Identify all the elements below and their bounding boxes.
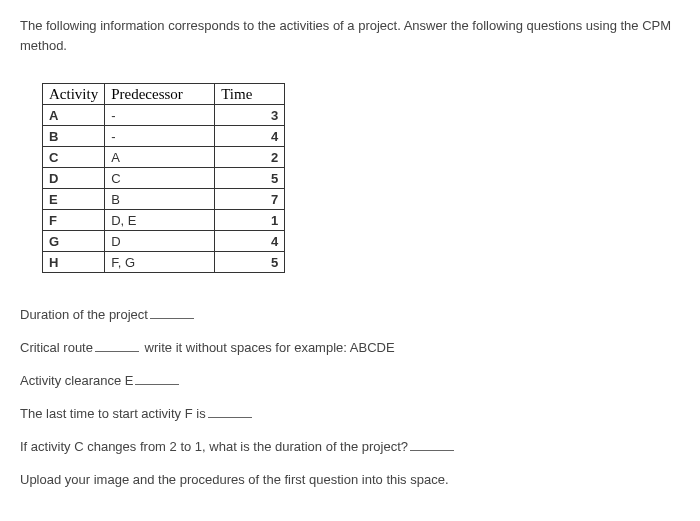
cell-predecessor: D, E (105, 210, 215, 231)
q3-text: Activity clearance E (20, 373, 133, 388)
cell-time: 4 (215, 231, 285, 252)
cell-time: 3 (215, 105, 285, 126)
table-header-row: Activity Predecessor Time (43, 84, 285, 105)
question-duration: Duration of the project (20, 307, 680, 322)
cell-predecessor: - (105, 105, 215, 126)
cell-activity: E (43, 189, 105, 210)
cell-time: 4 (215, 126, 285, 147)
cell-activity: H (43, 252, 105, 273)
table-row: CA2 (43, 147, 285, 168)
blank-input (150, 307, 194, 319)
cell-time: 7 (215, 189, 285, 210)
table-row: DC5 (43, 168, 285, 189)
cell-activity: C (43, 147, 105, 168)
q2-after: write it without spaces for example: ABC… (145, 340, 395, 355)
header-time: Time (215, 84, 285, 105)
cell-predecessor: F, G (105, 252, 215, 273)
cell-predecessor: A (105, 147, 215, 168)
table-row: EB7 (43, 189, 285, 210)
cell-activity: G (43, 231, 105, 252)
table-row: FD, E1 (43, 210, 285, 231)
question-last-start: The last time to start activity F is (20, 406, 680, 421)
blank-input (208, 406, 252, 418)
header-activity: Activity (43, 84, 105, 105)
cell-predecessor: C (105, 168, 215, 189)
table-row: HF, G5 (43, 252, 285, 273)
cell-predecessor: D (105, 231, 215, 252)
question-clearance: Activity clearance E (20, 373, 680, 388)
intro-text: The following information corresponds to… (20, 16, 680, 55)
table-row: A-3 (43, 105, 285, 126)
activity-table: Activity Predecessor Time A-3B-4CA2DC5EB… (42, 83, 285, 273)
table-row: B-4 (43, 126, 285, 147)
cell-predecessor: - (105, 126, 215, 147)
cell-activity: B (43, 126, 105, 147)
cell-activity: D (43, 168, 105, 189)
q5-text: If activity C changes from 2 to 1, what … (20, 439, 408, 454)
cell-time: 5 (215, 252, 285, 273)
q4-text: The last time to start activity F is (20, 406, 206, 421)
cell-time: 2 (215, 147, 285, 168)
question-upload: Upload your image and the procedures of … (20, 472, 680, 487)
cell-time: 5 (215, 168, 285, 189)
cell-activity: A (43, 105, 105, 126)
question-critical-route: Critical route write it without spaces f… (20, 340, 680, 355)
blank-input (410, 439, 454, 451)
q2-before: Critical route (20, 340, 93, 355)
q1-text: Duration of the project (20, 307, 148, 322)
cell-predecessor: B (105, 189, 215, 210)
question-c-change: If activity C changes from 2 to 1, what … (20, 439, 680, 454)
cell-activity: F (43, 210, 105, 231)
header-predecessor: Predecessor (105, 84, 215, 105)
blank-input (95, 340, 139, 352)
blank-input (135, 373, 179, 385)
cell-time: 1 (215, 210, 285, 231)
table-row: GD4 (43, 231, 285, 252)
